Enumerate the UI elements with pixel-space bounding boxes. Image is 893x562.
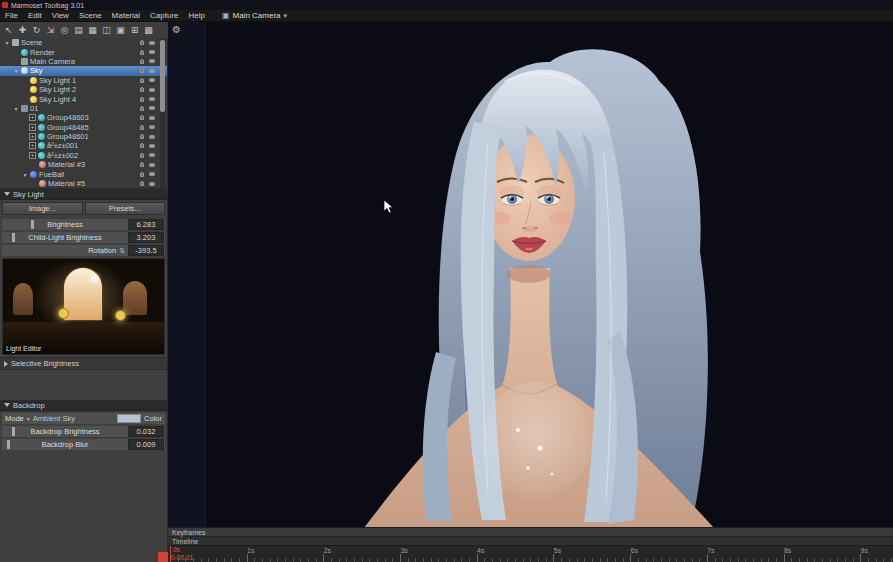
move-tool-icon[interactable]: ✚ <box>16 24 29 36</box>
lock-icon[interactable] <box>140 87 144 92</box>
tree-row-group48485[interactable]: +Group48485 <box>0 123 167 132</box>
import-model-icon[interactable]: ▣ <box>114 24 127 36</box>
menu-view[interactable]: View <box>47 11 74 20</box>
lock-icon[interactable] <box>140 181 144 186</box>
tree-row-material-3[interactable]: Material #3 <box>0 160 167 169</box>
slider-value[interactable]: 3.203 <box>128 232 164 243</box>
presets-button[interactable]: Presets... <box>85 202 166 215</box>
backdrop-color-swatch[interactable] <box>117 414 141 423</box>
hdri-preview[interactable]: Light Editor <box>2 258 165 355</box>
visibility-icon[interactable] <box>149 41 155 45</box>
slider-value[interactable]: 0.032 <box>128 426 164 437</box>
tree-row-z-002[interactable]: +å²±z±002 <box>0 151 167 160</box>
rotation-value[interactable]: -393.5 <box>128 245 164 256</box>
lock-icon[interactable] <box>140 115 144 120</box>
visibility-icon[interactable] <box>149 59 155 63</box>
slider-child-light-brightness[interactable]: Child-Light Brightness3.203 <box>2 232 165 243</box>
lock-icon[interactable] <box>140 50 144 55</box>
expand-plus-icon[interactable]: + <box>29 124 36 131</box>
spinner-icon[interactable]: ⇅ <box>119 247 125 255</box>
expander-icon[interactable]: ▾ <box>3 39 11 46</box>
timeline-ruler[interactable]: 0s 0-00.01 1s2s3s4s5s6s7s8s9s <box>168 545 893 562</box>
playhead-handle[interactable] <box>158 552 168 562</box>
lock-icon[interactable] <box>140 106 144 111</box>
pivot-tool-icon[interactable]: ◎ <box>58 24 71 36</box>
tree-row-group48603[interactable]: +Group48603 <box>0 113 167 122</box>
tree-row-01[interactable]: ▾01 <box>0 104 167 113</box>
visibility-icon[interactable] <box>149 153 155 157</box>
titlebar[interactable]: Marmoset Toolbag 3.01 <box>0 0 893 10</box>
lock-icon[interactable] <box>140 125 144 130</box>
visibility-icon[interactable] <box>149 172 155 176</box>
lock-icon[interactable] <box>140 143 144 148</box>
visibility-icon[interactable] <box>149 135 155 139</box>
mode-value[interactable]: Ambient Sky <box>33 414 75 423</box>
backdrop-panel-header[interactable]: Backdrop <box>0 400 167 411</box>
lock-icon[interactable] <box>140 172 144 177</box>
sky-light-handle-white[interactable] <box>91 275 98 282</box>
viewport-3d[interactable]: ⚙ <box>168 22 893 527</box>
visibility-icon[interactable] <box>149 163 155 167</box>
tree-scrollbar[interactable] <box>160 38 165 188</box>
slider-value[interactable]: 6.283 <box>128 219 164 230</box>
open-file-icon[interactable]: ▦ <box>86 24 99 36</box>
lock-icon[interactable] <box>140 40 144 45</box>
select-tool-icon[interactable]: ↖ <box>2 24 15 36</box>
visibility-icon[interactable] <box>149 88 155 92</box>
rotation-field[interactable]: Rotation ⇅ -393.5 <box>2 245 165 256</box>
lock-icon[interactable] <box>140 78 144 83</box>
visibility-icon[interactable] <box>149 97 155 101</box>
delete-object-icon[interactable]: ▩ <box>142 24 155 36</box>
expander-icon[interactable]: ▾ <box>21 171 29 178</box>
visibility-icon[interactable] <box>149 69 155 73</box>
visibility-icon[interactable] <box>149 50 155 54</box>
tree-row-scene[interactable]: ▾Scene <box>0 38 167 47</box>
image-button[interactable]: Image... <box>2 202 83 215</box>
tree-row-group48601[interactable]: +Group48601 <box>0 132 167 141</box>
expand-plus-icon[interactable]: + <box>29 142 36 149</box>
visibility-icon[interactable] <box>149 125 155 129</box>
menu-capture[interactable]: Capture <box>145 11 183 20</box>
scrollbar-thumb[interactable] <box>160 40 165 112</box>
tree-row-fueball[interactable]: ▾FueBall <box>0 169 167 178</box>
tree-row-sky-light-1[interactable]: Sky Light 1 <box>0 76 167 85</box>
visibility-icon[interactable] <box>149 182 155 186</box>
tree-row-material-5[interactable]: Material #5 <box>0 179 167 188</box>
lock-icon[interactable] <box>140 59 144 64</box>
visibility-icon[interactable] <box>149 106 155 110</box>
backdrop-mode-row[interactable]: Mode ▾ Ambient Sky Color <box>2 413 165 424</box>
lock-icon[interactable] <box>140 134 144 139</box>
menu-edit[interactable]: Edit <box>23 11 47 20</box>
lock-icon[interactable] <box>140 68 144 73</box>
expand-plus-icon[interactable]: + <box>29 152 36 159</box>
lock-icon[interactable] <box>140 153 144 158</box>
slider-brightness[interactable]: Brightness6.283 <box>2 219 165 230</box>
menu-help[interactable]: Help <box>184 11 210 20</box>
timeline-bar[interactable]: Timeline <box>168 536 893 545</box>
visibility-icon[interactable] <box>149 78 155 82</box>
add-object-icon[interactable]: ⊞ <box>128 24 141 36</box>
menu-material[interactable]: Material <box>107 11 145 20</box>
selective-brightness-header[interactable]: Selective Brightness <box>0 357 167 370</box>
tree-row-main-camera[interactable]: Main Camera <box>0 57 167 66</box>
expander-icon[interactable]: ▾ <box>12 67 20 74</box>
lock-icon[interactable] <box>140 97 144 102</box>
visibility-icon[interactable] <box>149 144 155 148</box>
tree-row-render[interactable]: Render <box>0 47 167 56</box>
slider-value[interactable]: 0.009 <box>128 439 164 450</box>
new-scene-icon[interactable]: ▤ <box>72 24 85 36</box>
slider-backdrop-brightness[interactable]: Backdrop Brightness0.032 <box>2 426 165 437</box>
sky-light-handle-yellow-1[interactable] <box>58 308 69 319</box>
viewport-gear-icon[interactable]: ⚙ <box>172 24 181 35</box>
save-file-icon[interactable]: ◫ <box>100 24 113 36</box>
menu-file[interactable]: File <box>0 11 23 20</box>
tree-row-sky[interactable]: ▾Sky <box>0 66 167 75</box>
expander-icon[interactable]: ▾ <box>12 105 20 112</box>
expand-plus-icon[interactable]: + <box>29 133 36 140</box>
slider-backdrop-blur[interactable]: Backdrop Blur0.009 <box>2 439 165 450</box>
sky-light-handle-yellow-2[interactable] <box>115 310 126 321</box>
camera-selector[interactable]: ▣ Main Camera ▾ <box>222 11 287 20</box>
tree-row-sky-light-2[interactable]: Sky Light 2 <box>0 85 167 94</box>
tree-row-sky-light-4[interactable]: Sky Light 4 <box>0 94 167 103</box>
lock-icon[interactable] <box>140 162 144 167</box>
